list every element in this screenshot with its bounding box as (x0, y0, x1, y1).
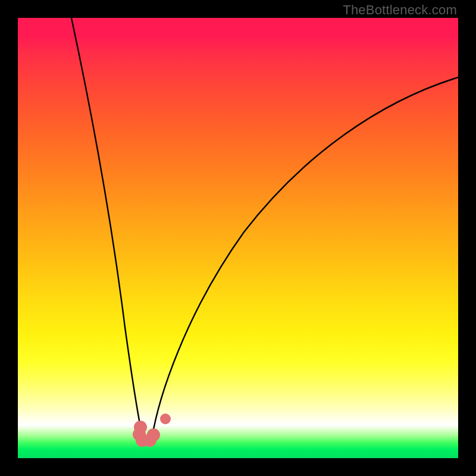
right-curve (152, 77, 458, 439)
chart-svg (18, 18, 458, 458)
valley-dot-5 (147, 428, 160, 441)
valley-marker-group (133, 421, 160, 447)
chart-frame (18, 18, 458, 458)
right-branch-dot (160, 414, 171, 424)
watermark-text: TheBottleneck.com (343, 2, 457, 18)
left-curve (71, 18, 143, 439)
